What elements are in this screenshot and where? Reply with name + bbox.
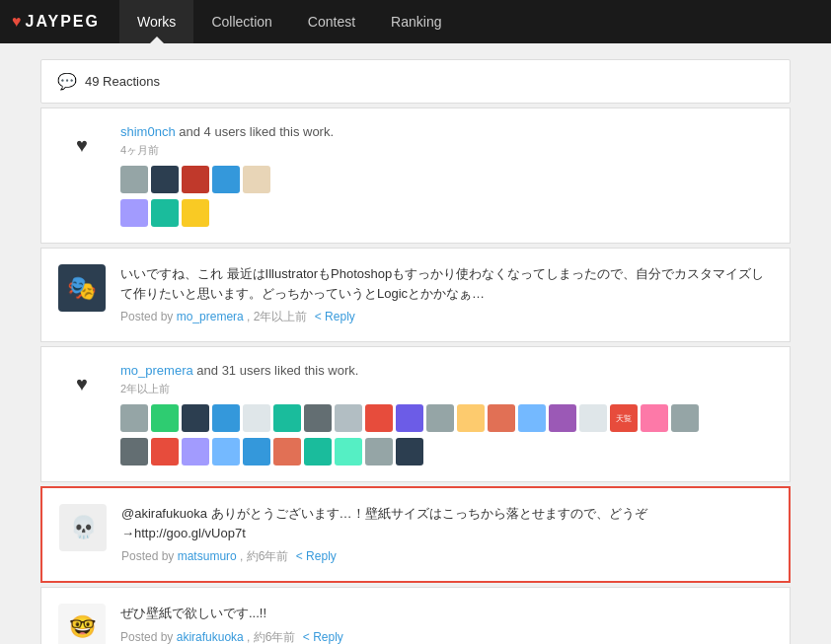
mini-avatar xyxy=(212,438,240,465)
like-2-user-link[interactable]: mo_premera xyxy=(120,363,193,378)
mini-avatar xyxy=(641,404,668,432)
comment-3-meta: Posted by akirafukuoka , 約6年前 < Reply xyxy=(120,629,774,645)
comment-1-user-link[interactable]: mo_premera xyxy=(177,310,244,323)
mini-avatar xyxy=(457,404,485,432)
like-2-extra: and 31 users liked this work. xyxy=(196,363,358,378)
comment-2-avatar-col: 💀 xyxy=(58,504,108,565)
comment-block-2: 💀 @akirafukuoka ありがとうございます…！壁紙サイズはこっちから落… xyxy=(40,486,791,583)
main-content: 💬 49 Reactions ♥ shim0nch and 4 users li… xyxy=(40,43,791,644)
comment-3-avatar: 🤓 xyxy=(58,604,106,644)
nav-tabs: Works Collection Contest Ranking xyxy=(119,0,460,43)
comment-2-time: 約6年前 xyxy=(247,549,289,563)
mini-avatar xyxy=(396,438,423,465)
mini-avatar xyxy=(518,404,546,432)
comment-2-avatar: 💀 xyxy=(59,504,107,551)
mini-avatar: 天覧 xyxy=(610,404,638,432)
mini-avatar xyxy=(182,404,209,432)
mini-avatar xyxy=(243,438,270,465)
comment-3-user-link[interactable]: akirafukuoka xyxy=(177,630,244,644)
comment-3-content: ぜひ壁紙で欲しいです...!! Posted by akirafukuoka ,… xyxy=(120,604,774,644)
mini-avatar xyxy=(151,199,179,227)
logo-heart-icon: ♥ xyxy=(12,13,22,31)
comment-3-reply-link[interactable]: < Reply xyxy=(303,630,343,644)
comment-1-content: いいですね、これ 最近はIllustratorもPhotoshopもすっかり使わ… xyxy=(120,264,774,325)
comment-2-content: @akirafukuoka ありがとうございます…！壁紙サイズはこっちから落とせ… xyxy=(121,504,773,565)
comment-2-text: @akirafukuoka ありがとうございます…！壁紙サイズはこっちから落とせ… xyxy=(121,504,773,542)
mini-avatar xyxy=(426,404,454,432)
like-2-avatars-r2 xyxy=(120,438,774,465)
mini-avatar xyxy=(151,166,179,193)
heart-icon-2[interactable]: ♥ xyxy=(76,373,88,395)
like-2-content: mo_premera and 31 users liked this work.… xyxy=(120,363,774,465)
mini-avatar xyxy=(549,404,576,432)
mini-avatar xyxy=(120,404,148,432)
mini-avatar xyxy=(335,404,362,432)
comment-1-time: 2年以上前 xyxy=(254,310,308,323)
like-2-timestamp: 2年以上前 xyxy=(120,382,774,396)
comment-block-1: 🎭 いいですね、これ 最近はIllustratorもPhotoshopもすっかり… xyxy=(40,248,791,342)
mini-avatar xyxy=(304,404,332,432)
comment-1-text: いいですね、これ 最近はIllustratorもPhotoshopもすっかり使わ… xyxy=(120,264,774,303)
mini-avatar xyxy=(273,404,301,432)
mini-avatar xyxy=(335,438,362,465)
mini-avatar xyxy=(579,404,607,432)
comment-3-text: ぜひ壁紙で欲しいです...!! xyxy=(120,604,774,623)
like-1-avatars xyxy=(120,166,774,193)
mini-avatar xyxy=(151,404,179,432)
like-1-notification: shim0nch and 4 users liked this work. xyxy=(120,124,774,139)
mini-avatar xyxy=(182,166,209,193)
like-1-timestamp: 4ヶ月前 xyxy=(120,143,774,158)
mini-avatar xyxy=(120,438,148,465)
like-1-avatar-col: ♥ xyxy=(57,124,107,227)
comment-1-meta: Posted by mo_premera , 2年以上前 < Reply xyxy=(120,309,774,325)
mini-avatar xyxy=(304,438,332,465)
comment-1-avatar: 🎭 xyxy=(58,264,106,312)
comment-1-reply-link[interactable]: < Reply xyxy=(315,310,355,323)
mini-avatar xyxy=(151,438,179,465)
mini-avatar xyxy=(243,404,270,432)
like-1-user-link[interactable]: shim0nch xyxy=(120,124,176,139)
heart-icon-1[interactable]: ♥ xyxy=(76,134,88,157)
mini-avatar xyxy=(488,404,515,432)
tab-ranking[interactable]: Ranking xyxy=(373,0,459,43)
tab-works[interactable]: Works xyxy=(119,0,193,43)
reactions-bubble-icon: 💬 xyxy=(57,72,77,91)
tab-contest[interactable]: Contest xyxy=(290,0,373,43)
mini-avatar xyxy=(182,438,209,465)
like-1-content: shim0nch and 4 users liked this work. 4ヶ… xyxy=(120,124,774,227)
comment-3-avatar-col: 🤓 xyxy=(57,604,107,644)
logo[interactable]: ♥ JAYPEG xyxy=(12,13,100,31)
reactions-count: 49 Reactions xyxy=(85,74,160,89)
mini-avatar xyxy=(120,199,148,227)
comment-3-time: 約6年前 xyxy=(254,630,296,644)
comment-1-avatar-col: 🎭 xyxy=(57,264,107,325)
like-block-2: ♥ mo_premera and 31 users liked this wor… xyxy=(40,346,791,482)
tab-collection[interactable]: Collection xyxy=(193,0,289,43)
mini-avatar xyxy=(212,166,240,193)
mini-avatar xyxy=(182,199,209,227)
like-block-1: ♥ shim0nch and 4 users liked this work. … xyxy=(40,107,791,244)
mini-avatar xyxy=(365,438,393,465)
comment-block-3: 🤓 ぜひ壁紙で欲しいです...!! Posted by akirafukuoka… xyxy=(40,587,791,644)
navbar: ♥ JAYPEG Works Collection Contest Rankin… xyxy=(0,0,831,43)
like-2-avatar-col: ♥ xyxy=(57,363,107,465)
comment-2-reply-link[interactable]: < Reply xyxy=(296,549,337,563)
comment-2-user-link[interactable]: matsumuro xyxy=(178,549,237,563)
mini-avatar xyxy=(120,166,148,193)
mini-avatar xyxy=(396,404,423,432)
mini-avatar xyxy=(243,166,270,193)
mini-avatar xyxy=(273,438,301,465)
logo-text: JAYPEG xyxy=(26,13,100,31)
like-1-avatars-row2 xyxy=(120,199,774,227)
reactions-header: 💬 49 Reactions xyxy=(40,59,791,104)
like-2-notification: mo_premera and 31 users liked this work. xyxy=(120,363,774,378)
like-2-avatars-r1: 天覧 xyxy=(120,404,774,432)
like-1-extra: and 4 users liked this work. xyxy=(179,124,334,139)
comment-2-meta: Posted by matsumuro , 約6年前 < Reply xyxy=(121,548,773,565)
mini-avatar xyxy=(671,404,699,432)
mini-avatar xyxy=(365,404,393,432)
mini-avatar xyxy=(212,404,240,432)
